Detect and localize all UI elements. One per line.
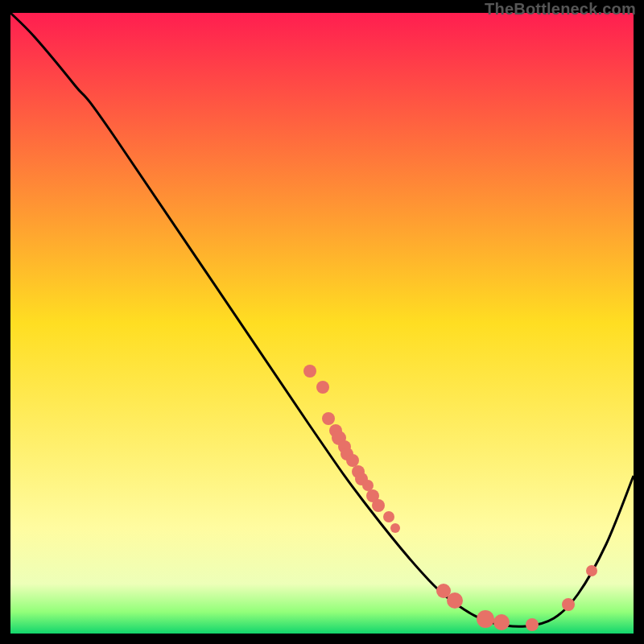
chart-svg xyxy=(10,13,634,634)
data-point xyxy=(493,614,510,630)
data-point xyxy=(383,511,394,522)
data-point xyxy=(322,412,335,425)
chart-frame xyxy=(10,13,634,634)
data-point xyxy=(447,592,463,609)
data-point xyxy=(372,499,385,512)
data-point xyxy=(477,610,494,628)
data-point xyxy=(303,365,316,378)
data-point xyxy=(562,598,575,611)
data-point xyxy=(316,381,329,394)
attribution-text: TheBottleneck.com xyxy=(485,0,636,19)
chart-background xyxy=(10,13,634,634)
data-point xyxy=(586,565,597,576)
data-point xyxy=(526,618,539,631)
data-point xyxy=(346,454,359,467)
data-point xyxy=(390,523,400,533)
data-point xyxy=(362,480,374,491)
